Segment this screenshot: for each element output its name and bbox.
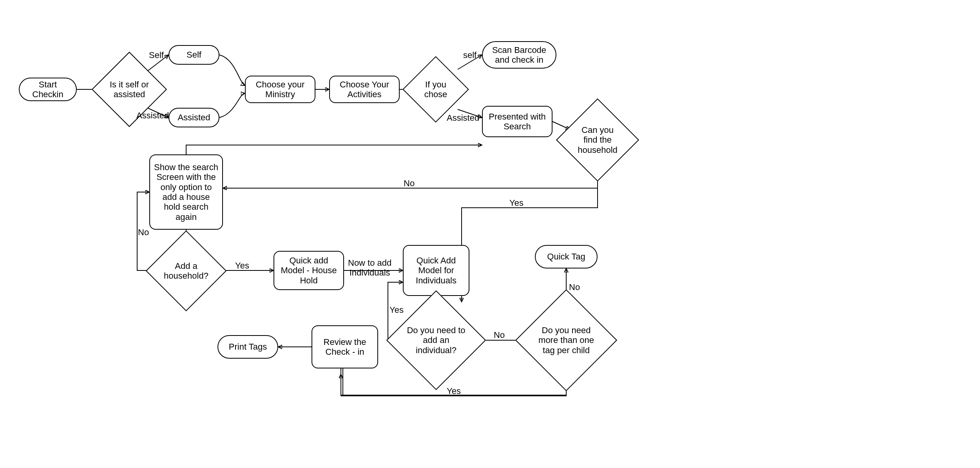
- edge-label-yes2: Yes: [235, 261, 249, 270]
- node-label: Choose Your Activities: [334, 80, 395, 100]
- edge-label-no1: No: [404, 178, 415, 188]
- node-label: Quick Add Model for Individuals: [408, 256, 465, 285]
- node-label: If you chose: [418, 80, 454, 100]
- node-quick-tag: Quick Tag: [535, 245, 598, 268]
- node-start: Start Checkin: [19, 78, 77, 101]
- node-can-find-household: Can you find the household: [568, 111, 627, 169]
- edge-label-assisted: Assisted: [136, 111, 169, 120]
- edge-label-self2: self: [463, 50, 476, 60]
- node-choose-ministry: Choose your Ministry: [245, 76, 315, 103]
- edge-label-no3: No: [494, 330, 505, 340]
- edge-label-yes4: Yes: [447, 386, 461, 396]
- node-label: Start Checkin: [24, 80, 72, 100]
- node-presented-search: Presented with Search: [482, 106, 552, 137]
- node-label: Add a household?: [163, 261, 209, 281]
- edge-label-yes1: Yes: [509, 198, 524, 208]
- node-if-you-chose: If you chose: [412, 66, 459, 113]
- node-scan-barcode: Scan Barcode and check in: [482, 41, 556, 69]
- node-assisted: Assisted: [168, 108, 219, 127]
- node-label: Review the Check - in: [316, 337, 373, 357]
- node-self-or-assisted: Is it self or assisted: [103, 63, 156, 116]
- edge-label-yes3: Yes: [389, 305, 404, 315]
- edge-label-assisted2: Assisted: [447, 113, 479, 123]
- node-label: Presented with Search: [487, 112, 548, 132]
- node-quick-add-household: Quick add Model - House Hold: [274, 251, 344, 290]
- node-label: Do you need to add an individual?: [406, 325, 466, 355]
- node-label: Scan Barcode and check in: [487, 45, 552, 65]
- node-quick-add-individuals: Quick Add Model for Individuals: [403, 245, 469, 296]
- node-label: Do you need more than one tag per child: [536, 325, 597, 355]
- edge-label-no2: No: [138, 227, 149, 237]
- node-label: Print Tags: [229, 342, 267, 352]
- node-add-household: Add a household?: [158, 242, 215, 299]
- node-print-tags: Print Tags: [217, 335, 278, 359]
- flowchart-canvas: Start Checkin Is it self or assisted Sel…: [0, 0, 980, 468]
- edge-label-self: Self: [149, 50, 164, 60]
- node-label: Self: [187, 50, 201, 60]
- node-choose-activities: Choose Your Activities: [329, 76, 400, 103]
- edge-label-no4: No: [569, 282, 580, 292]
- node-label: Show the search Screen with the only opt…: [154, 162, 218, 222]
- node-label: Quick Tag: [547, 252, 585, 261]
- node-self: Self: [168, 45, 219, 65]
- node-show-search-screen: Show the search Screen with the only opt…: [149, 154, 223, 230]
- node-label: Can you find the household: [574, 125, 621, 155]
- node-need-add-individual: Do you need to add an individual?: [401, 305, 471, 375]
- node-label: Quick add Model - House Hold: [278, 256, 339, 285]
- node-label: Choose your Ministry: [250, 80, 311, 100]
- node-review-checkin: Review the Check - in: [312, 325, 378, 368]
- edge-label-now-add: Now to add Individuals: [348, 258, 391, 278]
- node-label: Assisted: [178, 112, 210, 122]
- node-need-more-tags: Do you need more than one tag per child: [530, 304, 602, 376]
- node-label: Is it self or assisted: [108, 80, 150, 100]
